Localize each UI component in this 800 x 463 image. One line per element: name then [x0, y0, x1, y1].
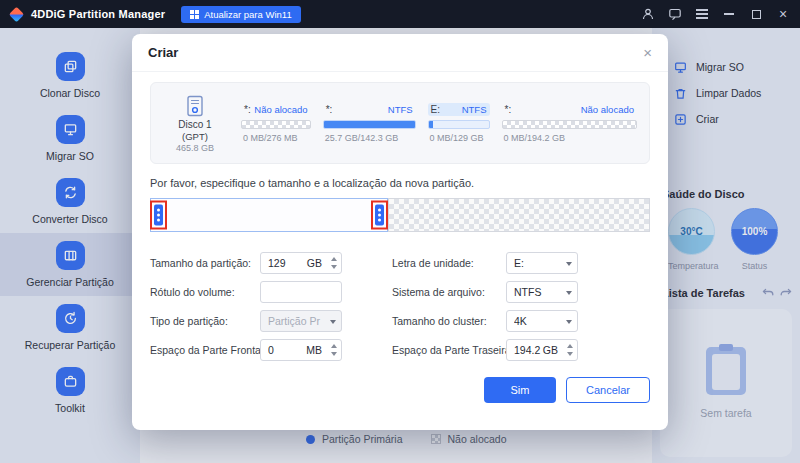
front-space-field[interactable]: 0 MB [260, 339, 342, 361]
drive-letter-label: Letra de unidade: [392, 257, 506, 269]
cancel-button[interactable]: Cancelar [566, 377, 650, 403]
back-space-unit: GB [543, 344, 561, 356]
size-field[interactable]: 129 GB [260, 252, 342, 274]
unallocated-bar [241, 120, 311, 129]
partition-usage: 0 MB/276 MB [241, 133, 311, 143]
dialog-close-icon[interactable]: × [643, 45, 652, 60]
disk-scheme: (GPT) [182, 131, 208, 142]
partition-usage: 0 MB/129 GB [428, 133, 490, 143]
menu-icon[interactable] [695, 7, 709, 21]
account-icon[interactable] [641, 7, 655, 21]
cluster-size-select[interactable]: 4K [506, 310, 578, 332]
partition-segment[interactable]: *: NTFS 25.7 GB/142.3 GB [323, 103, 416, 143]
dialog-header: Criar × [132, 34, 668, 72]
dialog-instruction: Por favor, especifique o tamanho e a loc… [150, 177, 650, 189]
partition-segment[interactable]: *: Não alocado 0 MB/194.2 GB [502, 103, 637, 143]
partition-form: Tamanho da partição: 129 GB Letra de uni… [150, 252, 650, 361]
back-space-label: Espaço da Parte Traseira: [392, 344, 506, 356]
back-space-stepper [564, 340, 575, 360]
partition-letter: *: [505, 104, 512, 115]
spinner-up-icon[interactable] [331, 344, 337, 348]
segment-header: *: Não alocado [502, 103, 637, 116]
partition-fs: Não alocado [581, 104, 634, 115]
ntfs-bar [428, 120, 490, 129]
spinner-down-icon[interactable] [331, 265, 337, 269]
partition-letter: *: [326, 104, 333, 115]
confirm-button[interactable]: Sim [484, 377, 556, 403]
segment-header: *: Não alocado [241, 103, 311, 116]
cluster-size-value: 4K [514, 315, 561, 327]
spinner-down-icon[interactable] [331, 352, 337, 356]
partition-map: *: Não alocado 0 MB/276 MB *: NTFS 25.7 … [241, 103, 637, 143]
segment-header: E: NTFS [428, 103, 490, 116]
app-logo-icon [9, 6, 25, 22]
dialog-body: Disco 1 (GPT) 465.8 GB *: Não alocado 0 … [132, 72, 668, 403]
chevron-down-icon [330, 320, 336, 324]
filesystem-select[interactable]: NTFS [506, 281, 578, 303]
spinner-up-icon[interactable] [331, 257, 337, 261]
size-unit: GB [307, 257, 325, 269]
segment-header: *: NTFS [323, 103, 416, 116]
front-space-label: Espaço da Parte Frontal: [150, 344, 260, 356]
windows-icon [190, 10, 199, 19]
filesystem-value: NTFS [514, 286, 561, 298]
partition-fs: NTFS [462, 104, 487, 115]
partition-fs: Não alocado [254, 104, 307, 115]
size-value: 129 [268, 257, 307, 269]
partition-letter: E: [431, 104, 440, 115]
front-space-value: 0 [268, 344, 306, 356]
minimize-icon[interactable] [722, 7, 736, 21]
chevron-down-icon [566, 262, 572, 266]
volume-label: Rótulo do volume: [150, 286, 260, 298]
disk-info: Disco 1 (GPT) 465.8 GB [163, 94, 227, 153]
size-label: Tamanho da partição: [150, 257, 260, 269]
app-title: 4DDiG Partition Manager [31, 8, 165, 20]
disk-size: 465.8 GB [176, 143, 214, 153]
partition-type-value: Partição Pr [268, 315, 325, 327]
disk-icon [183, 94, 207, 118]
partition-segment-selected[interactable]: E: NTFS 0 MB/129 GB [428, 103, 490, 143]
chevron-down-icon [566, 291, 572, 295]
partition-size-slider[interactable] [150, 198, 650, 232]
partition-segment[interactable]: *: Não alocado 0 MB/276 MB [241, 103, 311, 143]
upgrade-label: Atualizar para Win11 [204, 9, 291, 20]
dialog-footer: Sim Cancelar [150, 377, 650, 403]
drive-letter-select[interactable]: E: [506, 252, 578, 274]
back-space-field[interactable]: 194.2 GB [506, 339, 578, 361]
filesystem-label: Sistema de arquivo: [392, 286, 506, 298]
ntfs-bar [323, 120, 416, 129]
disk-name: Disco 1 [178, 119, 211, 130]
close-icon[interactable]: × [776, 7, 790, 21]
front-space-unit: MB [306, 344, 325, 356]
maximize-icon[interactable] [749, 7, 763, 21]
partition-usage: 25.7 GB/142.3 GB [323, 133, 416, 143]
titlebar-controls: × [641, 7, 790, 21]
slider-new-partition-region[interactable] [150, 198, 388, 232]
spinner-down-icon[interactable] [567, 352, 573, 356]
back-space-value: 194.2 [514, 344, 543, 356]
partition-usage: 0 MB/194.2 GB [502, 133, 637, 143]
volume-input[interactable] [260, 281, 342, 303]
partition-letter: *: [244, 104, 251, 115]
chevron-down-icon [566, 320, 572, 324]
cluster-size-label: Tamanho do cluster: [392, 315, 506, 327]
partition-type-select[interactable]: Partição Pr [260, 310, 342, 332]
create-partition-dialog: Criar × Disco 1 (GPT) 465.8 GB [132, 34, 668, 430]
disk-overview: Disco 1 (GPT) 465.8 GB *: Não alocado 0 … [150, 82, 650, 164]
titlebar: 4DDiG Partition Manager Atualizar para W… [0, 0, 800, 28]
dialog-title: Criar [148, 45, 178, 60]
handle-highlight-left [150, 201, 167, 230]
app-window: 4DDiG Partition Manager Atualizar para W… [0, 0, 800, 463]
handle-highlight-right [371, 201, 388, 230]
messages-icon[interactable] [668, 7, 682, 21]
size-stepper [328, 253, 339, 273]
unallocated-bar [502, 120, 637, 129]
upgrade-win11-button[interactable]: Atualizar para Win11 [181, 6, 300, 23]
slider-free-region [388, 198, 651, 232]
partition-type-label: Tipo de partição: [150, 315, 260, 327]
spinner-up-icon[interactable] [567, 344, 573, 348]
partition-fs: NTFS [388, 104, 413, 115]
drive-letter-value: E: [514, 257, 561, 269]
front-space-stepper [328, 340, 339, 360]
